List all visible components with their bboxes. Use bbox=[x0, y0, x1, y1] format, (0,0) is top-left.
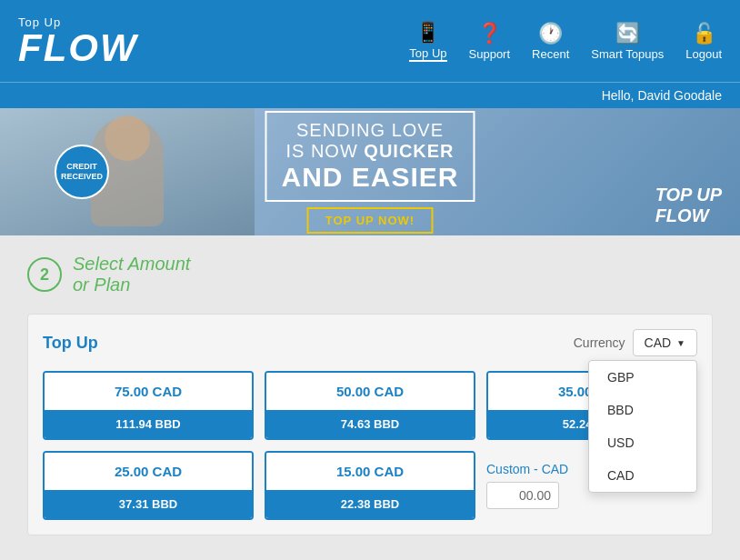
amount-card-15[interactable]: 15.00 CAD 22.38 BBD bbox=[265, 451, 475, 520]
currency-dropdown-btn[interactable]: CAD ▼ bbox=[633, 329, 697, 356]
amount-cad-75: 75.00 CAD bbox=[45, 373, 252, 410]
custom-amount-input[interactable] bbox=[486, 482, 559, 509]
nav-recent[interactable]: 🕐 Recent bbox=[532, 22, 569, 61]
banner-logo-bottom: FLOW bbox=[655, 205, 722, 226]
amount-card-25[interactable]: 25.00 CAD 37.31 BBD bbox=[43, 451, 254, 520]
banner-topup-btn[interactable]: TOP UP NOW! bbox=[307, 207, 433, 234]
topup-icon: 📱 bbox=[415, 21, 440, 45]
step-label: Select Amount or Plan bbox=[73, 254, 190, 295]
hello-bar: Hello, David Goodale bbox=[0, 82, 740, 108]
amount-bbd-15: 22.38 BBD bbox=[266, 490, 474, 518]
credit-badge-line2: RECEIVED bbox=[61, 172, 103, 182]
banner: CREDIT RECEIVED SENDING LOVE IS NOW QUIC… bbox=[0, 108, 740, 235]
currency-selector-area: Currency CAD ▼ bbox=[574, 329, 697, 356]
hello-text: Hello, David Goodale bbox=[602, 88, 722, 103]
support-icon: ❓ bbox=[477, 22, 502, 45]
topup-card: Top Up Currency CAD ▼ 75.00 CAD 111.94 B… bbox=[27, 314, 713, 535]
currency-selected-value: CAD bbox=[645, 335, 672, 350]
currency-label: Currency bbox=[574, 335, 625, 350]
nav-topup-label: Top Up bbox=[409, 46, 446, 60]
amount-cad-15: 15.00 CAD bbox=[266, 453, 474, 490]
credit-badge-line1: CREDIT bbox=[66, 162, 97, 172]
banner-text-box: SENDING LOVE IS NOW QUICKER AND EASIER bbox=[265, 111, 475, 202]
banner-person-image bbox=[0, 108, 255, 235]
nav-topup[interactable]: 📱 Top Up bbox=[409, 21, 446, 62]
amount-bbd-25: 37.31 BBD bbox=[45, 490, 252, 518]
amount-card-75[interactable]: 75.00 CAD 111.94 BBD bbox=[43, 371, 254, 440]
banner-line1: SENDING LOVE bbox=[281, 120, 458, 141]
logo: Top Up FLOW bbox=[18, 15, 138, 67]
main-content: 2 Select Amount or Plan Top Up Currency … bbox=[0, 235, 740, 554]
recent-icon: 🕐 bbox=[538, 22, 563, 45]
amount-cad-50: 50.00 CAD bbox=[266, 373, 474, 410]
nav-logout[interactable]: 🔓 Logout bbox=[685, 22, 722, 61]
banner-line2: IS NOW QUICKER bbox=[281, 141, 458, 162]
amount-bbd-75: 111.94 BBD bbox=[45, 410, 252, 438]
currency-option-cad[interactable]: CAD bbox=[589, 459, 696, 492]
smart-icon: 🔄 bbox=[615, 22, 640, 45]
banner-logo-top: TOP UP bbox=[655, 185, 722, 205]
step-indicator: 2 Select Amount or Plan bbox=[27, 254, 713, 295]
nav-recent-label: Recent bbox=[532, 47, 569, 61]
dropdown-arrow-icon: ▼ bbox=[676, 338, 685, 348]
nav-smart-label: Smart Topups bbox=[591, 47, 664, 61]
banner-text-content: SENDING LOVE IS NOW QUICKER AND EASIER T… bbox=[265, 111, 475, 234]
credit-badge: CREDIT RECEIVED bbox=[55, 145, 109, 199]
step-label-line1: Select Amount bbox=[73, 254, 190, 275]
header: Top Up FLOW 📱 Top Up ❓ Support 🕐 Recent … bbox=[0, 0, 740, 82]
nav-support-label: Support bbox=[469, 47, 511, 61]
step-number: 2 bbox=[27, 257, 62, 292]
topup-card-header: Top Up Currency CAD ▼ bbox=[43, 329, 697, 356]
logo-bottom-text: FLOW bbox=[18, 29, 138, 67]
banner-logo: TOP UP FLOW bbox=[655, 185, 722, 226]
currency-option-usd[interactable]: USD bbox=[589, 426, 696, 459]
nav-logout-label: Logout bbox=[685, 47, 722, 61]
currency-option-bbd[interactable]: BBD bbox=[589, 394, 696, 426]
logout-icon: 🔓 bbox=[692, 22, 716, 45]
amount-cad-25: 25.00 CAD bbox=[45, 453, 252, 490]
amount-bbd-50: 74.63 BBD bbox=[266, 410, 474, 438]
amount-card-50[interactable]: 50.00 CAD 74.63 BBD bbox=[265, 371, 475, 440]
topup-section-title: Top Up bbox=[43, 334, 98, 353]
currency-option-gbp[interactable]: GBP bbox=[589, 361, 696, 394]
step-label-line2: or Plan bbox=[73, 275, 190, 295]
banner-line3: AND EASIER bbox=[281, 162, 458, 193]
currency-dropdown-menu: GBP BBD USD CAD bbox=[588, 360, 697, 493]
nav-support[interactable]: ❓ Support bbox=[469, 22, 511, 61]
main-nav: 📱 Top Up ❓ Support 🕐 Recent 🔄 Smart Topu… bbox=[409, 21, 722, 62]
nav-smart[interactable]: 🔄 Smart Topups bbox=[591, 22, 664, 61]
